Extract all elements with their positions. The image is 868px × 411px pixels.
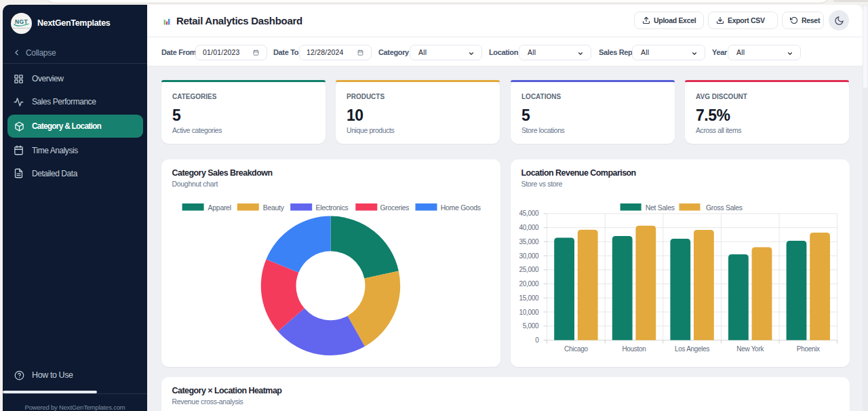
svg-text:NGT: NGT (15, 18, 28, 25)
svg-text:New York: New York (736, 345, 764, 353)
svg-text:25,000: 25,000 (519, 266, 540, 273)
svg-text:0: 0 (535, 336, 539, 344)
svg-text:Chicago: Chicago (564, 345, 588, 353)
svg-text:35,000: 35,000 (519, 238, 540, 246)
svg-text:Groceries: Groceries (380, 203, 409, 212)
svg-text:Electronics: Electronics (316, 203, 349, 212)
svg-text:Los Angeles: Los Angeles (675, 345, 709, 353)
svg-text:10,000: 10,000 (519, 309, 540, 316)
svg-text:Gross Sales: Gross Sales (706, 203, 743, 212)
svg-text:Net Sales: Net Sales (646, 203, 675, 212)
svg-text:Beauty: Beauty (263, 203, 285, 212)
svg-text:Phoenix: Phoenix (797, 345, 820, 353)
svg-text:5,000: 5,000 (523, 322, 539, 330)
svg-text:45,000: 45,000 (519, 210, 540, 217)
svg-text:15,000: 15,000 (519, 294, 540, 302)
svg-text:Houston: Houston (622, 345, 646, 353)
svg-text:Home Goods: Home Goods (441, 203, 481, 212)
svg-text:NEXT GEN TEMPLATES: NEXT GEN TEMPLATES (13, 27, 30, 28)
svg-text:Apparel: Apparel (208, 203, 231, 212)
svg-text:30,000: 30,000 (519, 252, 540, 260)
svg-text:40,000: 40,000 (519, 224, 540, 231)
svg-text:20,000: 20,000 (519, 280, 540, 288)
